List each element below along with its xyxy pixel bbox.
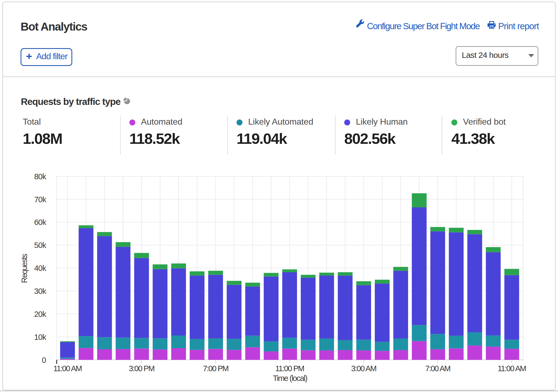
svg-text:11:00 AM: 11:00 AM: [53, 364, 81, 373]
svg-text:3:00 PM: 3:00 PM: [129, 364, 154, 373]
svg-text:10k: 10k: [34, 333, 46, 341]
svg-text:80k: 80k: [34, 172, 46, 181]
svg-text:7:00 AM: 7:00 AM: [425, 364, 450, 373]
svg-text:7:00 PM: 7:00 PM: [203, 364, 228, 373]
svg-text:60k: 60k: [34, 218, 46, 227]
svg-text:30k: 30k: [34, 287, 46, 295]
svg-text:50k: 50k: [34, 241, 46, 250]
svg-text:70k: 70k: [34, 195, 46, 204]
svg-text:40k: 40k: [34, 264, 46, 273]
svg-text:11:00 PM: 11:00 PM: [275, 364, 304, 373]
svg-text:20k: 20k: [34, 310, 46, 318]
svg-text:3:00 AM: 3:00 AM: [351, 364, 376, 373]
svg-text:Time (local): Time (local): [273, 374, 307, 383]
svg-text:Requests: Requests: [20, 254, 29, 283]
svg-text:0: 0: [42, 356, 46, 364]
svg-text:11:00 AM: 11:00 AM: [498, 364, 526, 373]
